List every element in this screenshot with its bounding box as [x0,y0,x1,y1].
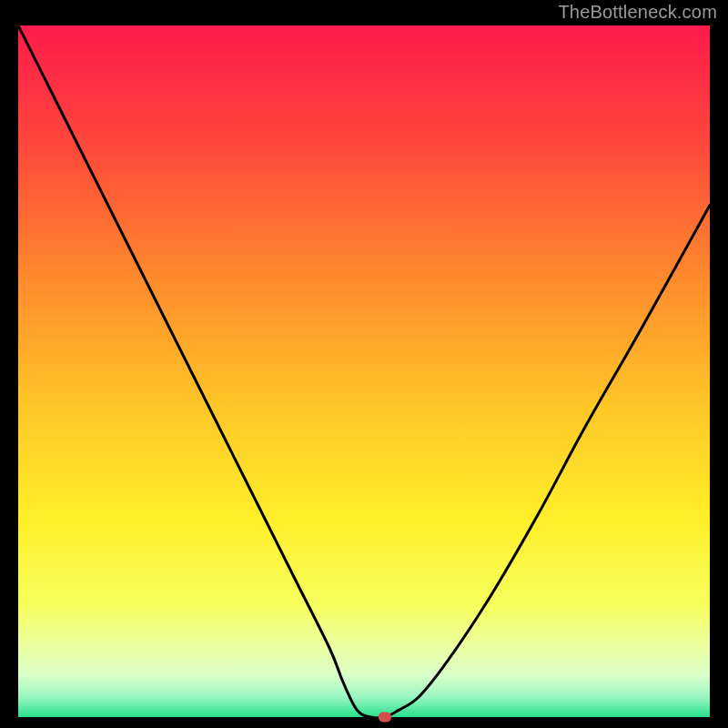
watermark-text: TheBottleneck.com [558,2,717,23]
chart-frame: TheBottleneck.com [0,0,728,728]
svg-rect-0 [18,25,710,717]
heat-gradient [18,25,710,717]
plot-area [18,25,710,717]
